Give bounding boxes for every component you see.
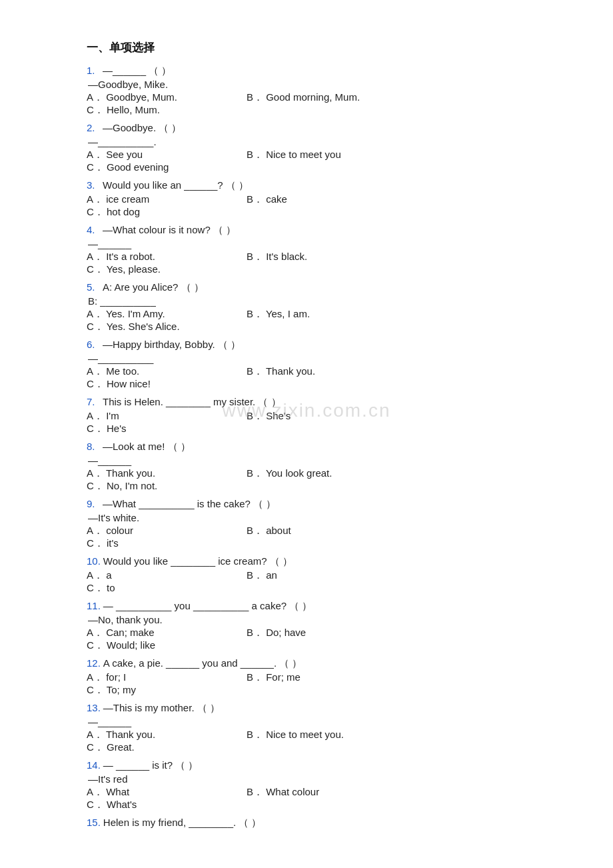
question-number-12: 12. [87, 657, 101, 669]
question-text-7: This is Helen. ________ my sister. （ ） [103, 396, 281, 409]
option-14-2: C． What's [87, 799, 247, 811]
option-4-0: A． It's a robot. [87, 251, 247, 263]
question-block-2: 2.—Goodbye. （ ）—__________.A． See youB． … [87, 122, 560, 174]
option-2-2: C． Good evening [87, 161, 247, 174]
option-6-2: C． How nice! [87, 378, 247, 391]
options-row-6: A． Me too.B． Thank you.C． How nice! [87, 365, 560, 391]
question-line-8: 8.—Look at me! （ ） [87, 441, 560, 453]
options-row-2: A． See youB． Nice to meet youC． Good eve… [87, 149, 560, 174]
question-number-7: 7. [87, 396, 100, 407]
question-line-10: 10.Would you like ________ ice cream? （ … [87, 555, 560, 568]
question-text-11: — __________ you __________ a cake? （ ） [103, 600, 312, 613]
option-2-1: B． Nice to meet you [247, 149, 406, 161]
question-block-10: 10.Would you like ________ ice cream? （ … [87, 555, 560, 595]
option-3-2: C． hot dog [87, 206, 247, 219]
option-6-0: A． Me too. [87, 365, 247, 378]
option-9-0: A． colour [87, 525, 247, 537]
options-row-13: A． Thank you.B． Nice to meet you.C． Grea… [87, 729, 560, 754]
question-line-14: 14.— ______ is it? （ ） [87, 759, 560, 772]
question-answer-2: —__________. [88, 136, 560, 147]
question-number-4: 4. [87, 224, 100, 235]
section-title: 一、单项选择 [87, 40, 560, 55]
question-answer-6: —__________ [88, 353, 560, 364]
options-row-4: A． It's a robot.B． It's black.C． Yes, pl… [87, 251, 560, 276]
option-7-0: A． I'm [87, 410, 247, 423]
question-text-5: A: Are you Alice? （ ） [103, 281, 204, 294]
question-number-1: 1. [87, 65, 100, 76]
question-number-14: 14. [87, 759, 101, 771]
option-4-2: C． Yes, please. [87, 263, 247, 276]
option-1-1: B． Good morning, Mum. [247, 91, 406, 104]
option-3-1: B． cake [247, 193, 406, 206]
options-row-10: A． aB． anC． to [87, 569, 560, 595]
option-8-2: C． No, I'm not. [87, 480, 247, 493]
question-answer-13: —______ [88, 716, 560, 727]
question-answer-9: —It's white. [88, 512, 560, 523]
question-answer-11: —No, thank you. [88, 614, 560, 625]
question-block-1: 1.—______ （ ）—Goodbye, Mike.A． Goodbye, … [87, 65, 560, 117]
option-11-0: A． Can; make [87, 627, 247, 639]
options-row-5: A． Yes. I'm Amy.B． Yes, I am.C． Yes. She… [87, 308, 560, 333]
question-block-14: 14.— ______ is it? （ ）—It's redA． WhatB．… [87, 759, 560, 811]
option-2-0: A． See you [87, 149, 247, 161]
question-text-8: —Look at me! （ ） [103, 441, 191, 453]
question-text-3: Would you like an ______? （ ） [103, 179, 249, 192]
option-10-2: C． to [87, 582, 247, 595]
option-7-2: C． He's [87, 423, 247, 435]
options-row-11: A． Can; makeB． Do; haveC． Would; like [87, 627, 560, 652]
option-9-1: B． about [247, 525, 406, 537]
option-8-1: B． You look great. [247, 467, 406, 480]
options-row-14: A． WhatB． What colourC． What's [87, 786, 560, 811]
option-11-2: C． Would; like [87, 639, 247, 652]
question-block-4: 4.—What colour is it now? （ ）—______A． I… [87, 224, 560, 276]
option-5-0: A． Yes. I'm Amy. [87, 308, 247, 321]
question-answer-8: —______ [88, 455, 560, 466]
question-number-10: 10. [87, 555, 101, 567]
question-text-9: —What __________ is the cake? （ ） [103, 498, 276, 511]
question-block-7: 7.This is Helen. ________ my sister. （ ）… [87, 396, 560, 435]
option-1-2: C． Hello, Mum. [87, 104, 247, 117]
question-line-6: 6.—Happy birthday, Bobby. （ ） [87, 339, 560, 351]
option-4-1: B． It's black. [247, 251, 406, 263]
question-number-2: 2. [87, 122, 100, 133]
question-line-5: 5.A: Are you Alice? （ ） [87, 281, 560, 294]
question-number-8: 8. [87, 441, 100, 452]
question-block-3: 3.Would you like an ______? （ ）A． ice cr… [87, 179, 560, 219]
question-number-15: 15. [87, 817, 101, 828]
question-line-3: 3.Would you like an ______? （ ） [87, 179, 560, 192]
question-line-15: 15.Helen is my friend, ________. （ ） [87, 817, 560, 829]
question-block-12: 12.A cake, a pie. ______ you and ______.… [87, 657, 560, 697]
option-13-0: A． Thank you. [87, 729, 247, 741]
option-12-2: C． To; my [87, 684, 247, 697]
question-text-12: A cake, a pie. ______ you and ______. （ … [103, 657, 303, 670]
options-row-8: A． Thank you.B． You look great.C． No, I'… [87, 467, 560, 493]
option-14-1: B． What colour [247, 786, 406, 799]
question-number-5: 5. [87, 281, 100, 293]
question-text-14: — ______ is it? （ ） [103, 759, 199, 772]
option-5-1: B． Yes, I am. [247, 308, 406, 321]
question-text-15: Helen is my friend, ________. （ ） [103, 817, 262, 829]
option-12-1: B． For; me [247, 671, 406, 684]
options-row-1: A． Goodbye, Mum.B． Good morning, Mum.C． … [87, 91, 560, 117]
option-14-0: A． What [87, 786, 247, 799]
question-block-8: 8.—Look at me! （ ）—______A． Thank you.B．… [87, 441, 560, 493]
option-1-0: A． Goodbye, Mum. [87, 91, 247, 104]
option-6-1: B． Thank you. [247, 365, 406, 378]
question-answer-5: B: __________ [88, 295, 560, 307]
options-row-7: A． I'mB． She'sC． He's [87, 410, 560, 435]
question-text-1: —______ （ ） [103, 65, 171, 77]
question-text-4: —What colour is it now? （ ） [103, 224, 236, 237]
question-text-10: Would you like ________ ice cream? （ ） [103, 555, 293, 568]
question-line-1: 1.—______ （ ） [87, 65, 560, 77]
option-13-1: B． Nice to meet you. [247, 729, 406, 741]
question-answer-1: —Goodbye, Mike. [88, 79, 560, 90]
question-line-2: 2.—Goodbye. （ ） [87, 122, 560, 135]
option-10-1: B． an [247, 569, 406, 582]
option-9-2: C． it's [87, 537, 247, 550]
question-line-4: 4.—What colour is it now? （ ） [87, 224, 560, 237]
option-12-0: A． for; I [87, 671, 247, 684]
option-11-1: B． Do; have [247, 627, 406, 639]
question-block-6: 6.—Happy birthday, Bobby. （ ）—__________… [87, 339, 560, 391]
question-line-12: 12.A cake, a pie. ______ you and ______.… [87, 657, 560, 670]
question-block-13: 13.—This is my mother. （ ）—______A． Than… [87, 702, 560, 754]
